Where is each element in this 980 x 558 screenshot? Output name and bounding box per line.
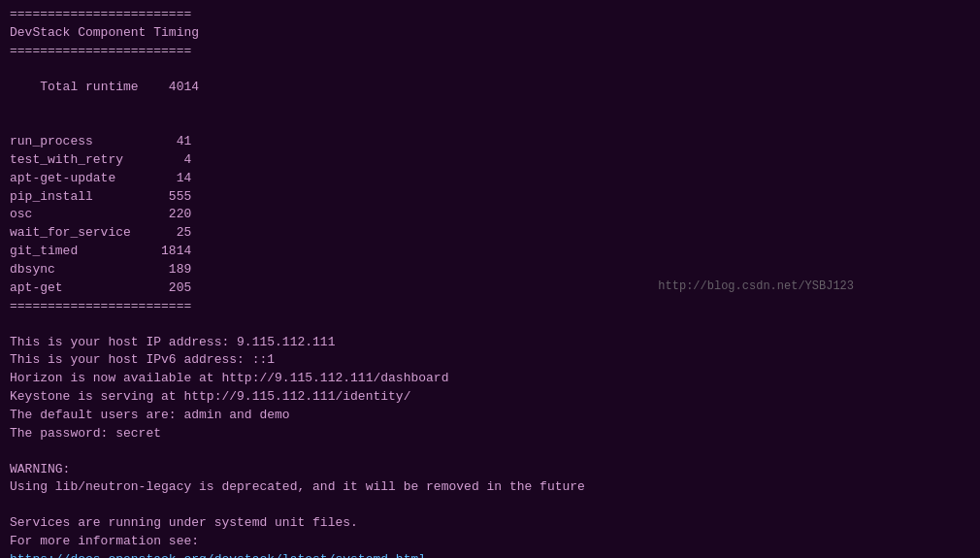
total-runtime-label: Total runtime [40, 80, 138, 94]
host-ip-line: This is your host IP address: 9.115.112.… [10, 334, 970, 352]
total-runtime-value: 4014 [139, 80, 199, 94]
total-runtime-line: Total runtime 4014 [10, 61, 970, 116]
component-row: dbsync 189 [10, 261, 970, 279]
component-row: test_with_retry 4 [10, 151, 970, 170]
host-ipv6-line: This is your host IPv6 address: ::1 [10, 351, 970, 370]
warning-label: WARNING: [10, 461, 970, 479]
separator-bottom: ======================== [10, 298, 970, 316]
separator-mid: ======================== [10, 43, 970, 61]
component-row: apt-get-update 14 [10, 170, 970, 188]
password-line: The password: secret [10, 425, 970, 443]
components-list: run_process 41test_with_retry 4apt-get-u… [10, 133, 970, 298]
watermark: http://blog.csdn.net/YSBJ123 [658, 279, 854, 293]
terminal-window: ======================== DevStack Compon… [0, 0, 980, 558]
default-users-line: The default users are: admin and demo [10, 407, 970, 425]
services-line2: For more information see: [10, 533, 970, 551]
horizon-line: Horizon is now available at http://9.115… [10, 370, 970, 388]
keystone-line: Keystone is serving at http://9.115.112.… [10, 388, 970, 407]
component-row: run_process 41 [10, 133, 970, 151]
warning-text: Using lib/neutron-legacy is deprecated, … [10, 478, 970, 497]
title-line: DevStack Component Timing [10, 24, 970, 43]
services-url: https://docs.openstack.org/devstack/late… [10, 551, 970, 558]
separator-top: ======================== [10, 6, 970, 24]
component-row: pip_install 555 [10, 188, 970, 207]
component-row: osc 220 [10, 206, 970, 224]
component-row: wait_for_service 25 [10, 224, 970, 243]
component-row: git_timed 1814 [10, 243, 970, 261]
services-line1: Services are running under systemd unit … [10, 514, 970, 533]
